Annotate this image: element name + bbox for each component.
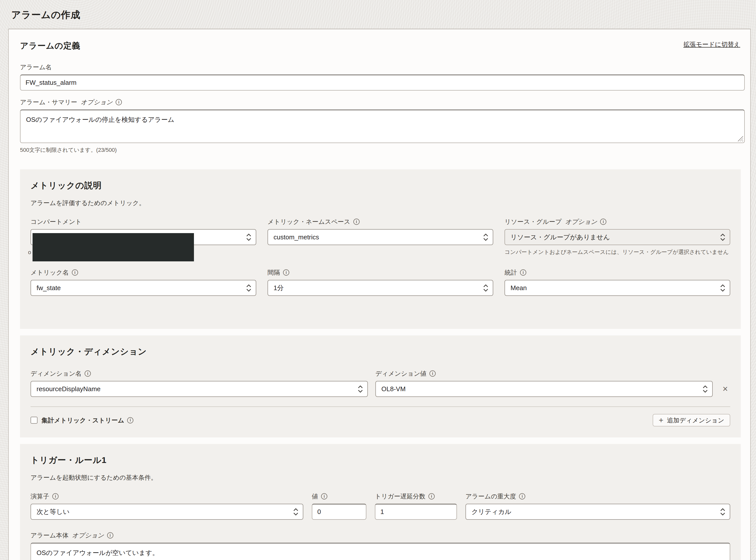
metric-dimension-section: メトリック・ディメンション ディメンション名 resourceDisplayNa… [20,335,741,437]
aggregate-checkbox-row: 集計メトリック・ストリーム [31,416,133,424]
redaction-box [33,233,194,261]
info-icon[interactable] [353,219,360,225]
chevron-updown-icon [483,284,488,292]
resource-group-select[interactable]: リソース・グループがありません [504,229,730,245]
alarm-name-label-row: アラーム名 [20,63,745,71]
switch-advanced-mode-link[interactable]: 拡張モードに切替え [683,40,740,48]
dimension-footer-row: 集計メトリック・ストリーム + 追加ディメンション [31,414,730,426]
value-input[interactable] [312,504,366,520]
alarm-name-input[interactable] [20,75,745,91]
dimension-name-label: ディメンション名 [31,369,82,378]
alarm-name-label: アラーム名 [20,63,52,71]
alarm-body-field: アラーム本体 オプション OSのファイアウォールが空いています。 1000文字ま… [31,531,730,560]
interval-select[interactable]: 1分 [268,280,493,296]
alarm-body-optional-label: オプション [72,531,104,539]
info-icon[interactable] [520,269,526,276]
metric-description-subtitle: アラームを評価するためのメトリック。 [31,199,730,207]
info-icon[interactable] [107,532,113,539]
namespace-value: custom_metrics [273,233,319,241]
dimension-name-value: resourceDisplayName [37,385,101,393]
statistic-label: 統計 [504,268,517,277]
metric-name-label-row: メトリック名 [31,268,256,277]
info-icon[interactable] [428,493,435,499]
alarm-body-label-row: アラーム本体 オプション [31,531,730,539]
trigger-delay-input[interactable] [375,504,457,520]
metric-name-label: メトリック名 [31,268,69,277]
page-title: アラームの作成 [11,8,756,21]
metric-name-select[interactable]: fw_state [31,280,256,296]
statistic-label-row: 統計 [504,268,730,277]
alarm-summary-helper: 500文字に制限されています。(23/500) [20,146,745,154]
info-icon[interactable] [127,417,133,423]
dimension-value-field: ディメンション値 OL8-VM [375,369,713,397]
alarm-summary-field: アラーム・サマリー オプション OSのファイアウォールの停止を検知するアラーム … [20,98,745,154]
operator-select[interactable]: 次と等しい [31,504,303,520]
chevron-updown-icon [703,385,708,393]
dimension-value-value: OL8-VM [381,385,406,393]
metric-grid: コンパートメント o メトリック・ネームスペース [31,218,730,296]
trigger-delay-label-row: トリガー遅延分数 [375,492,457,500]
compartment-helper-fragment: o [28,249,31,256]
alarm-body-label: アラーム本体 [31,531,69,539]
resource-group-label-row: リソース・グループ オプション [504,218,730,226]
resource-group-field: リソース・グループ オプション リソース・グループがありません コンパートメント… [504,218,730,256]
trigger-rule-heading: トリガー・ルール1 [31,455,730,466]
resource-group-helper: コンパートメントおよびネームスペースには、リソース・グループが選択されていません [504,248,730,256]
compartment-field: コンパートメント o [31,218,256,256]
aggregate-label-row: 集計メトリック・ストリーム [41,416,133,424]
dimension-name-label-row: ディメンション名 [31,369,368,378]
info-icon[interactable] [321,493,327,499]
aggregate-checkbox[interactable] [31,417,38,424]
info-icon[interactable] [72,269,78,276]
statistic-select[interactable]: Mean [504,280,730,296]
alarm-body-textarea[interactable]: OSのファイアウォールが空いています。 [31,543,730,560]
dimension-divider [31,406,730,407]
define-heading: アラームの定義 [20,40,80,52]
add-dimension-button[interactable]: + 追加ディメンション [653,414,730,426]
info-icon[interactable] [600,219,606,225]
info-icon[interactable] [52,493,59,499]
operator-field: 演算子 次と等しい [31,492,303,520]
value-label-row: 値 [312,492,366,500]
severity-value: クリティカル [471,507,511,516]
namespace-label-row: メトリック・ネームスペース [268,218,493,226]
plus-icon: + [659,416,663,424]
alarm-name-field: アラーム名 [20,63,745,91]
trigger-delay-label: トリガー遅延分数 [375,492,425,500]
metric-dimension-heading: メトリック・ディメンション [31,346,730,357]
statistic-value: Mean [510,284,527,292]
alarm-summary-textarea[interactable]: OSのファイアウォールの停止を検知するアラーム [20,109,745,143]
interval-field: 間隔 1分 [268,268,493,296]
chevron-updown-icon [720,233,725,241]
info-icon[interactable] [84,371,91,377]
info-icon[interactable] [116,99,122,105]
info-icon[interactable] [283,269,289,276]
info-icon[interactable] [519,493,525,499]
trigger-grid: 演算子 次と等しい 値 [31,492,730,520]
remove-dimension-icon[interactable]: × [720,381,730,397]
aggregate-label: 集計メトリック・ストリーム [41,416,124,424]
trigger-rule-subtitle: アラームを起動状態にするための基本条件。 [31,474,730,482]
operator-value: 次と等しい [37,507,70,516]
operator-label: 演算子 [31,492,49,500]
namespace-select[interactable]: custom_metrics [268,229,493,245]
compartment-label-row: コンパートメント [31,218,256,226]
resource-group-value: リソース・グループがありません [510,233,610,242]
resource-group-label: リソース・グループ [504,218,562,226]
namespace-label: メトリック・ネームスペース [268,218,350,226]
alarm-summary-textarea-wrap: OSのファイアウォールの停止を検知するアラーム [20,109,745,143]
info-icon[interactable] [429,371,436,377]
dimension-value-select[interactable]: OL8-VM [375,381,713,397]
alarm-summary-label-row: アラーム・サマリー オプション [20,98,745,106]
alarm-form-card: アラームの定義 拡張モードに切替え アラーム名 アラーム・サマリー オプション … [8,29,751,560]
dimension-name-field: ディメンション名 resourceDisplayName [31,369,368,397]
chevron-updown-icon [293,508,298,516]
alarm-body-textarea-wrap: OSのファイアウォールが空いています。 [31,543,730,560]
dimension-grid: ディメンション名 resourceDisplayName ディメンション値 [31,369,730,397]
dimension-name-select[interactable]: resourceDisplayName [31,381,368,397]
metric-name-field: メトリック名 fw_state [31,268,256,296]
trigger-delay-field: トリガー遅延分数 [375,492,457,520]
define-header-row: アラームの定義 拡張モードに切替え [20,40,745,52]
severity-select[interactable]: クリティカル [465,504,730,520]
operator-label-row: 演算子 [31,492,303,500]
